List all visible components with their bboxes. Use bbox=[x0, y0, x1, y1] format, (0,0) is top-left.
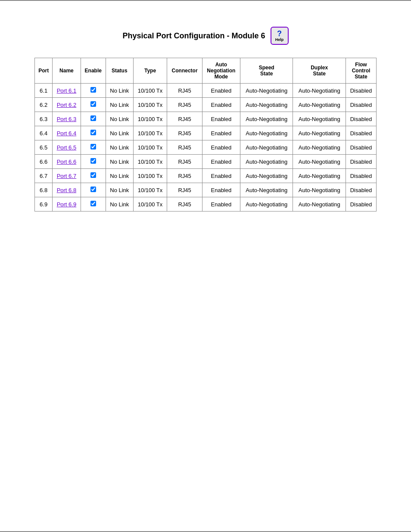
enable-checkbox[interactable] bbox=[90, 87, 96, 93]
table-row: 6.9Port 6.9No Link10/100 TxRJ45EnabledAu… bbox=[35, 197, 377, 212]
cell-flow-control-state: Disabled bbox=[346, 197, 376, 212]
port-name-link[interactable]: Port 6.1 bbox=[57, 87, 77, 94]
cell-flow-control-state: Disabled bbox=[346, 126, 376, 140]
cell-name[interactable]: Port 6.3 bbox=[53, 112, 81, 126]
enable-checkbox[interactable] bbox=[90, 115, 96, 121]
cell-type: 10/100 Tx bbox=[133, 98, 167, 112]
cell-port: 6.7 bbox=[35, 169, 53, 183]
cell-enable[interactable] bbox=[81, 183, 106, 197]
port-name-link[interactable]: Port 6.6 bbox=[57, 159, 77, 165]
cell-duplex-state: Auto-Negotiating bbox=[293, 140, 346, 155]
cell-speed-state: Auto-Negotiating bbox=[240, 183, 293, 197]
col-header-enable: Enable bbox=[81, 58, 106, 84]
cell-status: No Link bbox=[106, 183, 133, 197]
cell-auto-negotiation: Enabled bbox=[202, 112, 240, 126]
cell-type: 10/100 Tx bbox=[133, 169, 167, 183]
cell-auto-negotiation: Enabled bbox=[202, 126, 240, 140]
enable-checkbox[interactable] bbox=[90, 187, 96, 192]
cell-type: 10/100 Tx bbox=[133, 112, 167, 126]
page-wrapper: Physical Port Configuration - Module 6 ?… bbox=[0, 0, 411, 532]
enable-checkbox[interactable] bbox=[90, 158, 96, 164]
content-area: Physical Port Configuration - Module 6 ?… bbox=[0, 1, 411, 531]
cell-auto-negotiation: Enabled bbox=[202, 140, 240, 155]
port-name-link[interactable]: Port 6.4 bbox=[57, 130, 77, 137]
cell-name[interactable]: Port 6.1 bbox=[53, 84, 81, 98]
cell-type: 10/100 Tx bbox=[133, 197, 167, 212]
table-row: 6.1Port 6.1No Link10/100 TxRJ45EnabledAu… bbox=[35, 84, 377, 98]
col-header-speed-state: SpeedState bbox=[240, 58, 293, 84]
cell-port: 6.6 bbox=[35, 155, 53, 169]
cell-enable[interactable] bbox=[81, 98, 106, 112]
col-header-flow-control-state: FlowControlState bbox=[346, 58, 376, 84]
cell-name[interactable]: Port 6.8 bbox=[53, 183, 81, 197]
port-name-link[interactable]: Port 6.7 bbox=[57, 173, 77, 179]
cell-connector: RJ45 bbox=[167, 98, 202, 112]
cell-auto-negotiation: Enabled bbox=[202, 183, 240, 197]
cell-port: 6.1 bbox=[35, 84, 53, 98]
cell-auto-negotiation: Enabled bbox=[202, 84, 240, 98]
enable-checkbox[interactable] bbox=[90, 201, 96, 206]
cell-type: 10/100 Tx bbox=[133, 84, 167, 98]
cell-enable[interactable] bbox=[81, 169, 106, 183]
cell-connector: RJ45 bbox=[167, 126, 202, 140]
port-name-link[interactable]: Port 6.5 bbox=[57, 144, 77, 151]
cell-port: 6.2 bbox=[35, 98, 53, 112]
cell-port: 6.8 bbox=[35, 183, 53, 197]
col-header-type: Type bbox=[133, 58, 167, 84]
table-row: 6.6Port 6.6No Link10/100 TxRJ45EnabledAu… bbox=[35, 155, 377, 169]
cell-connector: RJ45 bbox=[167, 84, 202, 98]
col-header-status: Status bbox=[106, 58, 133, 84]
table-header-row: Port Name Enable Status Type Connector A… bbox=[35, 58, 377, 84]
port-table: Port Name Enable Status Type Connector A… bbox=[34, 58, 377, 212]
port-name-link[interactable]: Port 6.8 bbox=[57, 187, 77, 193]
cell-status: No Link bbox=[106, 197, 133, 212]
col-header-duplex-state: DuplexState bbox=[293, 58, 346, 84]
cell-speed-state: Auto-Negotiating bbox=[240, 197, 293, 212]
cell-status: No Link bbox=[106, 112, 133, 126]
help-button[interactable]: ? Help bbox=[271, 27, 289, 45]
cell-connector: RJ45 bbox=[167, 112, 202, 126]
cell-flow-control-state: Disabled bbox=[346, 183, 376, 197]
port-name-link[interactable]: Port 6.9 bbox=[57, 201, 77, 208]
cell-status: No Link bbox=[106, 155, 133, 169]
cell-duplex-state: Auto-Negotiating bbox=[293, 126, 346, 140]
cell-duplex-state: Auto-Negotiating bbox=[293, 155, 346, 169]
enable-checkbox[interactable] bbox=[90, 101, 96, 107]
cell-enable[interactable] bbox=[81, 112, 106, 126]
cell-name[interactable]: Port 6.5 bbox=[53, 140, 81, 155]
cell-connector: RJ45 bbox=[167, 183, 202, 197]
cell-flow-control-state: Disabled bbox=[346, 140, 376, 155]
cell-speed-state: Auto-Negotiating bbox=[240, 84, 293, 98]
cell-type: 10/100 Tx bbox=[133, 183, 167, 197]
cell-type: 10/100 Tx bbox=[133, 140, 167, 155]
cell-speed-state: Auto-Negotiating bbox=[240, 112, 293, 126]
cell-duplex-state: Auto-Negotiating bbox=[293, 98, 346, 112]
cell-name[interactable]: Port 6.9 bbox=[53, 197, 81, 212]
cell-enable[interactable] bbox=[81, 197, 106, 212]
cell-enable[interactable] bbox=[81, 140, 106, 155]
cell-type: 10/100 Tx bbox=[133, 155, 167, 169]
cell-auto-negotiation: Enabled bbox=[202, 98, 240, 112]
enable-checkbox[interactable] bbox=[90, 130, 96, 135]
cell-enable[interactable] bbox=[81, 155, 106, 169]
enable-checkbox[interactable] bbox=[90, 144, 96, 149]
cell-name[interactable]: Port 6.4 bbox=[53, 126, 81, 140]
port-name-link[interactable]: Port 6.2 bbox=[57, 102, 77, 108]
cell-name[interactable]: Port 6.7 bbox=[53, 169, 81, 183]
cell-flow-control-state: Disabled bbox=[346, 155, 376, 169]
cell-status: No Link bbox=[106, 169, 133, 183]
cell-flow-control-state: Disabled bbox=[346, 112, 376, 126]
cell-enable[interactable] bbox=[81, 84, 106, 98]
cell-enable[interactable] bbox=[81, 126, 106, 140]
table-row: 6.4Port 6.4No Link10/100 TxRJ45EnabledAu… bbox=[35, 126, 377, 140]
cell-speed-state: Auto-Negotiating bbox=[240, 155, 293, 169]
port-name-link[interactable]: Port 6.3 bbox=[57, 116, 77, 122]
cell-auto-negotiation: Enabled bbox=[202, 197, 240, 212]
table-row: 6.3Port 6.3No Link10/100 TxRJ45EnabledAu… bbox=[35, 112, 377, 126]
cell-name[interactable]: Port 6.6 bbox=[53, 155, 81, 169]
enable-checkbox[interactable] bbox=[90, 172, 96, 178]
cell-type: 10/100 Tx bbox=[133, 126, 167, 140]
cell-duplex-state: Auto-Negotiating bbox=[293, 84, 346, 98]
cell-duplex-state: Auto-Negotiating bbox=[293, 183, 346, 197]
cell-name[interactable]: Port 6.2 bbox=[53, 98, 81, 112]
